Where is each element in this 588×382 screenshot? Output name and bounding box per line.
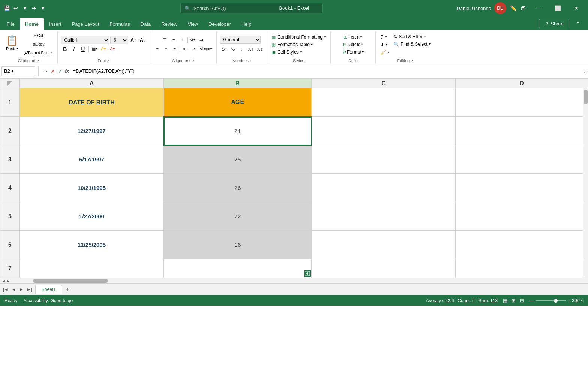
cell-d1[interactable]: [455, 88, 588, 117]
alignment-expand-icon[interactable]: ↗: [192, 59, 195, 63]
number-format-select[interactable]: General: [220, 36, 261, 44]
format-button[interactable]: ⚙ Format ▾: [341, 49, 365, 55]
vertical-scrollbar[interactable]: [583, 88, 588, 278]
tab-formulas[interactable]: Formulas: [105, 18, 135, 30]
increase-decimal-button[interactable]: .0↑: [247, 45, 255, 53]
tab-page-layout[interactable]: Page Layout: [67, 18, 105, 30]
wrap-text-button[interactable]: ⮐: [197, 36, 205, 44]
zoom-in-button[interactable]: +: [567, 298, 570, 304]
cell-b-action-icon[interactable]: [304, 270, 311, 277]
pen-icon[interactable]: ✏️: [509, 4, 517, 12]
ribbon-collapse-button[interactable]: ⌃: [569, 18, 587, 30]
copy-button[interactable]: ⧉ Copy: [22, 40, 54, 48]
sheet-nav-first-button[interactable]: |◄: [1, 287, 10, 292]
middle-align-button[interactable]: ≡: [169, 36, 178, 44]
qat-more-icon[interactable]: ▾: [39, 4, 46, 12]
format-as-table-button[interactable]: ▦ Format as Table ▾: [270, 41, 314, 48]
insert-button[interactable]: ⊞ Insert ▾: [342, 34, 363, 40]
clipboard-expand-icon[interactable]: ↗: [37, 59, 40, 63]
minimize-button[interactable]: —: [530, 2, 548, 14]
borders-button[interactable]: ▦▾: [90, 45, 99, 53]
increase-font-button[interactable]: A↑: [129, 36, 138, 44]
cell-a1[interactable]: DATE OF BIRTH: [19, 88, 163, 117]
maximize-button[interactable]: ⬜: [549, 2, 566, 14]
orientation-button[interactable]: ⟳▾: [189, 36, 197, 44]
tab-help[interactable]: Help: [236, 18, 257, 30]
scroll-left-button[interactable]: ◄: [1, 279, 6, 283]
tab-home[interactable]: Home: [20, 18, 44, 30]
sheet-nav-last-button[interactable]: ►|: [25, 287, 34, 292]
cell-c7[interactable]: [311, 259, 455, 278]
cell-c1[interactable]: [311, 88, 455, 117]
horizontal-scroll-thumb[interactable]: [33, 279, 108, 283]
cell-a2[interactable]: 12/27/1997: [19, 117, 163, 145]
col-header-a[interactable]: A: [19, 79, 163, 88]
cell-c5[interactable]: [311, 202, 455, 231]
page-layout-view-button[interactable]: ⊞: [510, 297, 517, 304]
zoom-slider[interactable]: [536, 300, 566, 301]
cell-b2[interactable]: 24: [164, 117, 312, 145]
cell-ref-dropdown-icon[interactable]: ▾: [12, 69, 13, 73]
cut-button[interactable]: ✂ Cut: [22, 31, 54, 40]
left-align-button[interactable]: ≡: [153, 45, 162, 53]
tab-developer[interactable]: Developer: [203, 18, 236, 30]
cell-d7[interactable]: [455, 259, 588, 278]
cell-d3[interactable]: [455, 145, 588, 174]
restore-icon[interactable]: 🗗: [520, 4, 527, 12]
clear-button[interactable]: 🧹 ▾: [379, 49, 391, 56]
comma-button[interactable]: ,: [238, 45, 246, 53]
redo-icon[interactable]: ↪: [30, 4, 37, 12]
cell-c6[interactable]: [311, 231, 455, 259]
share-button[interactable]: ↗ Share: [539, 19, 569, 28]
font-name-select[interactable]: Calibri: [61, 36, 109, 44]
zoom-out-button[interactable]: —: [529, 298, 534, 304]
decrease-indent-button[interactable]: ⇤: [181, 45, 189, 53]
underline-button[interactable]: U: [79, 45, 87, 53]
tab-review[interactable]: Review: [156, 18, 183, 30]
cell-d2[interactable]: [455, 117, 588, 145]
col-header-d[interactable]: D: [455, 79, 588, 88]
sheet-tab-sheet1[interactable]: Sheet1: [35, 285, 62, 294]
cell-b7[interactable]: [164, 259, 312, 278]
cell-d4[interactable]: [455, 174, 588, 202]
sort-filter-button[interactable]: ⇅ Sort & Filter ▾: [392, 33, 432, 40]
cell-reference-box[interactable]: B2 ▾: [1, 66, 35, 76]
cell-a7[interactable]: [19, 259, 163, 278]
top-align-button[interactable]: ⊤: [161, 36, 169, 44]
cell-b4[interactable]: 26: [164, 174, 312, 202]
cell-b5[interactable]: 22: [164, 202, 312, 231]
undo-icon[interactable]: ↩: [12, 4, 19, 12]
font-expand-icon[interactable]: ↗: [107, 59, 110, 63]
cell-a6[interactable]: 11/25/2005: [19, 231, 163, 259]
vertical-scroll-thumb[interactable]: [584, 90, 588, 104]
fill-button[interactable]: ⬇ ▾: [379, 42, 391, 48]
bold-button[interactable]: B: [61, 45, 69, 53]
decrease-decimal-button[interactable]: .0↓: [256, 45, 264, 53]
sheet-nav-next-button[interactable]: ►: [18, 287, 25, 292]
percent-button[interactable]: %: [229, 45, 237, 53]
right-align-button[interactable]: ≡: [171, 45, 179, 53]
user-avatar[interactable]: DU: [494, 2, 506, 14]
bottom-align-button[interactable]: ⊥: [178, 36, 186, 44]
cell-b6[interactable]: 16: [164, 231, 312, 259]
font-size-select[interactable]: 6: [110, 36, 128, 44]
cell-a5[interactable]: 1/27/2000: [19, 202, 163, 231]
col-header-c[interactable]: C: [311, 79, 455, 88]
tab-file[interactable]: File: [1, 18, 20, 30]
paste-button[interactable]: 📋 Paste ▾: [3, 31, 21, 54]
find-select-button[interactable]: 🔍 Find & Select ▾: [392, 41, 432, 48]
cell-styles-button[interactable]: ▣ Cell Styles ▾: [270, 49, 303, 55]
center-align-button[interactable]: ≡: [162, 45, 170, 53]
formula-expand-button[interactable]: ⌄: [583, 69, 587, 74]
tab-insert[interactable]: Insert: [44, 18, 67, 30]
save-icon[interactable]: 💾: [3, 4, 10, 12]
sheet-nav-prev-button[interactable]: ◄: [10, 287, 18, 292]
cell-b3[interactable]: 25: [164, 145, 312, 174]
cell-c2[interactable]: [311, 117, 455, 145]
cell-d5[interactable]: [455, 202, 588, 231]
tab-view[interactable]: View: [183, 18, 203, 30]
formula-input[interactable]: [71, 68, 581, 74]
page-break-view-button[interactable]: ⊟: [518, 297, 525, 304]
formula-more-button[interactable]: ⋯: [42, 67, 48, 75]
col-header-b[interactable]: B: [164, 79, 312, 88]
